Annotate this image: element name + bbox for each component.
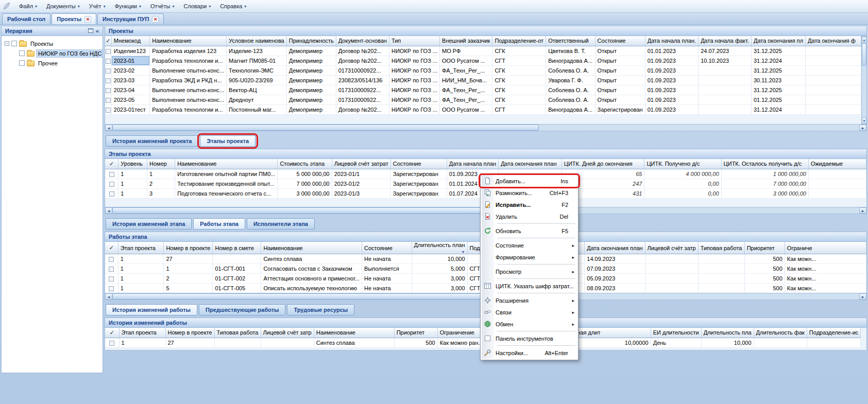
table-cell[interactable]: 1 xyxy=(118,254,164,264)
table-cell[interactable]: НИОКР по ГОЗ ... xyxy=(389,104,439,114)
table-cell[interactable]: Демопример xyxy=(286,104,336,114)
table-cell[interactable]: Выполнение опытно-конс... xyxy=(150,85,227,95)
table-cell[interactable]: Демопример xyxy=(286,56,336,65)
row-checkbox[interactable] xyxy=(106,78,111,83)
tab-item[interactable]: История изменений проекта xyxy=(106,135,198,147)
menubar-item[interactable]: Функции▾ xyxy=(110,2,146,11)
table-cell[interactable]: 3 000 000,00 xyxy=(278,188,332,198)
table-cell[interactable]: Постоянный маг... xyxy=(227,104,287,114)
table-cell[interactable]: 1 xyxy=(118,169,147,179)
table-cell[interactable]: 1 xyxy=(119,338,165,347)
column-header[interactable]: Дата начала план. xyxy=(645,36,698,46)
table-cell[interactable] xyxy=(645,284,698,293)
table-cell[interactable]: СГК xyxy=(492,75,546,85)
table-cell[interactable] xyxy=(698,264,744,274)
table-cell[interactable] xyxy=(806,65,861,75)
table-row[interactable]: 2023-03Разработка ЭКД и РКД н...905-U020… xyxy=(105,75,861,85)
table-cell[interactable] xyxy=(699,95,752,104)
table-cell[interactable]: 31.12.2025 xyxy=(751,65,805,75)
table-cell[interactable]: 2 xyxy=(147,179,175,188)
select-all-column-header[interactable]: ✓ xyxy=(105,36,111,46)
column-header[interactable]: Ответственный xyxy=(546,36,595,46)
table-cell[interactable] xyxy=(261,338,314,347)
table-cell[interactable] xyxy=(698,284,744,293)
table-cell[interactable]: 2023-01/1 xyxy=(332,169,390,179)
column-header[interactable]: Дата окончания пл xyxy=(751,36,805,46)
table-cell[interactable] xyxy=(699,104,752,114)
select-all-column-header[interactable]: ✓ xyxy=(105,328,119,338)
table-cell[interactable]: 01.01.2023 xyxy=(645,46,698,56)
table-cell[interactable]: 500 xyxy=(744,264,785,274)
context-menu-item[interactable]: Связи▸ xyxy=(482,306,577,318)
column-header[interactable]: ЦИТК. Дней до окончания xyxy=(561,159,644,169)
column-header[interactable]: Типовая работа xyxy=(698,242,744,254)
column-header[interactable]: Наименование xyxy=(150,36,227,46)
row-checkbox[interactable] xyxy=(109,172,114,177)
table-cell[interactable]: МО РФ xyxy=(440,46,492,56)
table-cell[interactable] xyxy=(808,179,866,188)
close-icon[interactable]: × xyxy=(84,16,91,23)
table-cell[interactable]: 3 xyxy=(147,188,175,198)
table-row[interactable]: 2023-04Выполнение опытно-конс...Вектор-А… xyxy=(105,85,861,95)
tree-checkbox[interactable] xyxy=(19,60,25,66)
table-cell[interactable]: 500 xyxy=(744,274,785,284)
tab-item[interactable]: Исполнители этапа xyxy=(247,218,315,230)
table-cell[interactable]: Технология-ЭМС xyxy=(227,65,287,75)
table-cell[interactable]: Изделие-123 xyxy=(227,46,287,56)
scroll-right-icon[interactable]: ▶ xyxy=(859,125,866,131)
column-header[interactable]: Ограниче xyxy=(785,242,866,254)
menubar-item[interactable]: Отчёты▾ xyxy=(146,2,179,11)
table-cell[interactable]: Разработка технологии и... xyxy=(150,56,227,65)
table-cell[interactable]: Дредноут xyxy=(227,95,287,104)
table-cell[interactable]: 1 xyxy=(118,274,164,284)
table-cell[interactable]: СГК xyxy=(492,65,546,75)
table-cell[interactable]: 01.09.2023 xyxy=(645,65,698,75)
table-cell[interactable]: ФА_Техн_Рег_... xyxy=(440,65,492,75)
table-cell[interactable]: 31.12.2024 xyxy=(751,104,805,114)
column-header[interactable]: Дата начала факт. xyxy=(699,36,752,46)
table-cell[interactable]: 01.09.2023 xyxy=(645,56,698,65)
column-header[interactable]: Уровень xyxy=(118,159,147,169)
table-cell[interactable]: 14.09.2023 xyxy=(585,254,645,264)
table-cell[interactable]: 0,00 xyxy=(644,179,721,188)
row-checkbox[interactable] xyxy=(109,341,114,346)
table-cell[interactable]: СГТ xyxy=(492,56,546,65)
table-cell[interactable] xyxy=(806,95,861,104)
tab-item[interactable]: История изменений работы xyxy=(106,304,197,315)
table-cell[interactable]: 1 xyxy=(118,264,164,274)
table-cell[interactable]: 24.07.2023 xyxy=(699,46,752,56)
table-cell[interactable]: Зарегистрирован xyxy=(390,188,447,198)
column-header[interactable]: Длительность план▼ xyxy=(412,242,467,254)
table-cell[interactable] xyxy=(645,254,698,264)
table-cell[interactable]: 017310000922... xyxy=(336,65,389,75)
row-checkbox[interactable] xyxy=(106,68,111,74)
column-header[interactable]: Длительность пла xyxy=(701,328,754,338)
column-header[interactable]: Наименование xyxy=(175,159,278,169)
table-cell[interactable] xyxy=(807,338,860,347)
column-header[interactable]: Принадлежность xyxy=(286,36,336,46)
table-cell[interactable]: Соболева О. А. xyxy=(546,85,595,95)
table-row[interactable]: 2023-01Разработка технологии и...Магнит … xyxy=(105,56,861,65)
tree-item[interactable]: -Проекты xyxy=(3,39,101,48)
column-header[interactable]: Подразделение-от xyxy=(492,36,546,46)
table-cell[interactable] xyxy=(213,254,261,264)
window-tab[interactable]: Инструкции ПУП× xyxy=(97,13,164,24)
table-cell[interactable]: Открыт xyxy=(595,95,645,104)
row-selector-cell[interactable] xyxy=(105,169,118,179)
table-cell[interactable]: Не начата xyxy=(362,284,412,293)
column-header[interactable]: Типовая работа xyxy=(214,328,261,338)
column-header[interactable]: ЕИ длительности xyxy=(651,328,701,338)
table-cell[interactable]: 905-U020-23/269 xyxy=(227,75,287,85)
row-checkbox[interactable] xyxy=(106,88,111,93)
context-menu-item[interactable]: Состояние▸ xyxy=(482,239,577,251)
scrollbar-thumb[interactable] xyxy=(112,207,539,214)
menubar-item[interactable]: Файл▾ xyxy=(14,2,42,11)
scrollbar-thumb[interactable] xyxy=(112,293,539,300)
table-cell[interactable]: Как можн... xyxy=(785,264,866,274)
table-cell[interactable]: НИИ_НМ_Бочв... xyxy=(440,75,492,85)
column-header[interactable]: Этап проекта xyxy=(119,328,165,338)
table-cell[interactable]: 3 000 000,00 xyxy=(721,188,808,198)
table-cell[interactable]: 2 xyxy=(164,274,213,284)
scroll-left-icon[interactable]: ◀ xyxy=(105,125,112,131)
grid-view-icon[interactable] xyxy=(88,28,93,34)
